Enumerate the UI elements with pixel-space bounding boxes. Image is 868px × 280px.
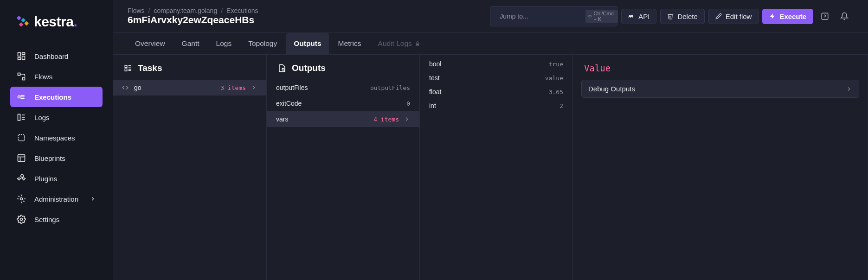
search-box[interactable]: Ctrl/Cmd + K [490,6,617,26]
breadcrumb-wrap: Flows / company.team.golang / Executions… [128,7,258,25]
topbar-actions: Ctrl/Cmd + K API API Delete Edit flow Ex… [490,6,852,26]
output-name: vars [276,115,288,123]
panel-header-value: Value [573,55,868,80]
main: Flows / company.team.golang / Executions… [113,0,868,280]
sidebar-item-label: Settings [34,216,59,223]
edit-flow-button[interactable]: Edit flow [708,9,759,24]
var-name: bool [429,60,441,68]
tabs: Overview Gantt Logs Topology Outputs Met… [113,33,868,55]
sidebar-item-blueprints[interactable]: Blueprints [10,148,103,168]
tab-outputs[interactable]: Outputs [286,33,328,54]
output-value: outputFiles [370,84,410,91]
output-row[interactable]: outputFiles outputFiles [267,80,419,95]
settings-icon [17,215,26,224]
breadcrumb: Flows / company.team.golang / Executions [128,7,258,14]
help-button[interactable] [817,8,833,24]
output-name: outputFiles [276,84,308,91]
trash-icon [667,13,674,19]
bell-icon [840,12,849,20]
blueprints-icon [17,153,26,163]
breadcrumb-item[interactable]: company.team.golang [154,7,217,14]
panel-outputs: Outputs outputFiles outputFiles exitCode… [267,55,420,280]
sidebar-item-dashboard[interactable]: Dashboard [10,46,103,66]
outputs-icon [278,64,286,72]
pencil-icon [715,13,722,19]
svg-rect-1 [21,18,26,23]
execute-button[interactable]: Execute [762,9,813,24]
breadcrumb-separator: / [221,7,223,14]
nav: Dashboard Flows Executions Logs Namespac… [0,46,113,229]
page-title: 6mFiArvxky2ewZqeaceHBs [128,14,258,25]
api-icon: API [628,13,635,19]
panel-vars: bool true test value float 3.65 int 2 [420,55,573,280]
breadcrumb-item[interactable]: Executions [226,7,258,14]
search-input[interactable] [500,13,581,20]
breadcrumb-item[interactable]: Flows [128,7,145,14]
output-row[interactable]: exitCode 0 [267,95,419,111]
executions-icon [17,92,26,102]
svg-rect-18 [18,134,24,140]
var-name: test [429,74,440,82]
svg-rect-7 [18,57,21,59]
svg-text:API: API [629,15,633,18]
svg-point-22 [20,198,23,200]
chevron-right-icon [90,196,96,202]
sidebar-item-label: Administration [34,195,78,203]
tab-logs[interactable]: Logs [209,33,239,54]
task-name: go [134,84,141,91]
svg-rect-14 [18,114,20,120]
lock-icon [415,41,420,46]
var-row[interactable]: bool true [420,57,572,71]
tab-gantt[interactable]: Gantt [174,33,207,54]
var-row[interactable]: int 2 [420,99,572,113]
namespaces-icon [17,133,26,142]
sidebar-item-settings[interactable]: Settings [10,209,103,229]
task-row[interactable]: go 3 items [113,80,266,95]
panel-tasks: Tasks go 3 items [113,55,267,280]
code-icon [122,84,129,91]
logo[interactable]: kestra. [0,14,113,44]
sidebar-item-flows[interactable]: Flows [10,66,103,87]
tasks-icon [124,64,132,72]
logs-icon [17,113,26,122]
svg-point-36 [282,68,284,70]
output-name: exitCode [276,100,302,107]
svg-point-10 [18,96,20,98]
output-value: 4 items [373,116,399,123]
var-value: 3.65 [549,89,563,95]
var-name: float [429,88,441,95]
var-row[interactable]: test value [420,71,572,85]
output-row[interactable]: vars 4 items [267,111,419,127]
tab-overview[interactable]: Overview [128,33,173,54]
sidebar-item-logs[interactable]: Logs [10,107,103,127]
api-button[interactable]: API API [621,9,656,24]
var-value: value [545,75,563,82]
sidebar-item-label: Flows [34,73,52,81]
svg-rect-26 [589,15,591,17]
panel-header-tasks: Tasks [113,55,266,80]
tab-topology[interactable]: Topology [241,33,284,54]
svg-rect-6 [22,56,25,60]
svg-rect-2 [19,22,24,27]
tab-metrics[interactable]: Metrics [331,33,369,54]
chevron-right-icon [404,116,410,122]
sidebar-item-plugins[interactable]: Plugins [10,168,103,189]
sidebar-item-namespaces[interactable]: Namespaces [10,127,103,148]
sidebar-item-executions[interactable]: Executions [10,87,103,107]
svg-rect-30 [125,65,127,68]
notifications-button[interactable] [836,8,852,24]
svg-rect-33 [125,69,127,71]
svg-rect-29 [416,44,419,46]
panel-header-outputs: Outputs [267,55,419,80]
panels: Tasks go 3 items Outputs outputFi [113,55,868,280]
svg-rect-19 [18,155,25,162]
logo-icon [16,15,29,28]
sidebar-item-label: Executions [34,93,71,101]
delete-button[interactable]: Delete [660,9,704,24]
sidebar-item-administration[interactable]: Administration [10,189,103,209]
sidebar-item-label: Dashboard [34,52,68,60]
svg-rect-3 [24,21,29,26]
var-row[interactable]: float 3.65 [420,85,572,99]
chevron-right-icon [251,84,257,91]
debug-outputs-button[interactable]: Debug Outputs [581,80,859,98]
